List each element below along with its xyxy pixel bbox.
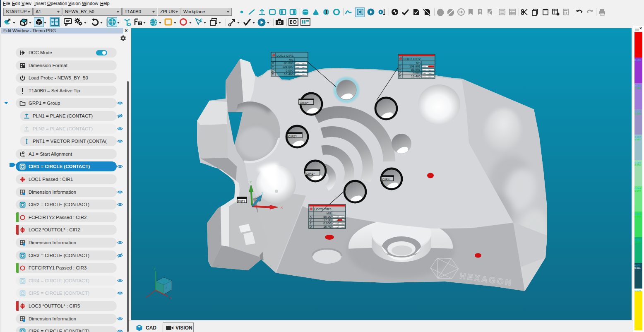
svg-text:D: D	[310, 225, 312, 229]
svg-text:CIR8*: CIR8*	[300, 101, 308, 105]
svg-text:X: X	[272, 61, 274, 65]
svg-text:Y: Y	[154, 267, 156, 271]
svg-text:CIR7*: CIR7*	[288, 135, 297, 138]
svg-text:16.400: 16.400	[284, 72, 293, 76]
svg-text:D: D	[272, 72, 274, 76]
svg-text:Y: Y	[250, 180, 252, 184]
svg-text:LOC3 CIR5: LOC3 CIR5	[314, 207, 332, 211]
svg-text:X: X	[281, 206, 283, 209]
svg-text:101.000: 101.000	[282, 65, 293, 69]
svg-text:80.000: 80.000	[284, 61, 293, 65]
svg-text:16.40: 16.40	[323, 225, 331, 229]
svg-text:PNT1: PNT1	[238, 200, 245, 203]
svg-text:CIR6*: CIR6*	[306, 172, 315, 176]
svg-text:X: X	[169, 296, 172, 300]
svg-text:LOC2 CIR2: LOC2 CIR2	[404, 57, 421, 61]
svg-text:CIR4: CIR4	[382, 178, 390, 181]
svg-text:LOC1 CIR1: LOC1 CIR1	[276, 54, 294, 58]
svg-text:Y: Y	[272, 65, 274, 69]
svg-text:Z: Z	[165, 286, 167, 290]
svg-text:D: D	[399, 75, 401, 78]
svg-text:Z: Z	[272, 69, 274, 72]
svg-text:Z: Z	[261, 192, 263, 195]
svg-text:16.400: 16.400	[411, 75, 421, 78]
svg-text:0.000: 0.000	[286, 69, 293, 72]
